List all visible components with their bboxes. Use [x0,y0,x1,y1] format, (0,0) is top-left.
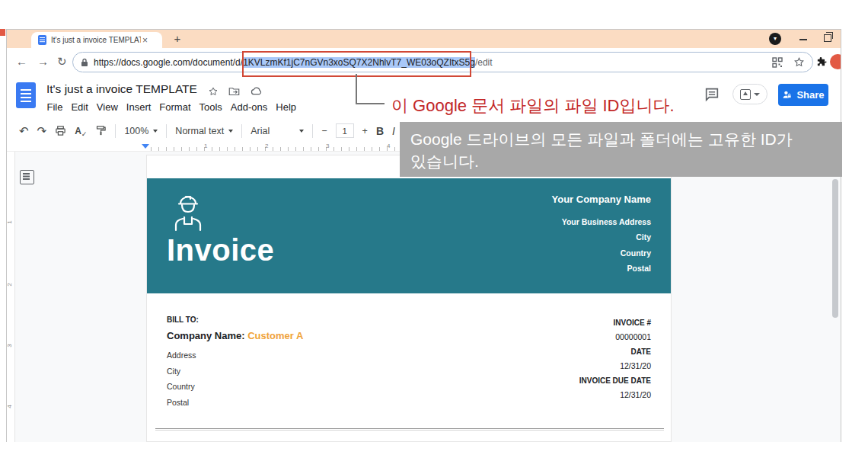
move-folder-icon[interactable] [228,86,240,96]
menu-addons[interactable]: Add-ons [226,100,271,114]
callout-connector-line [356,103,385,104]
qr-code-icon[interactable] [772,57,783,68]
invoice-due-date: 12/31/20 [579,388,651,402]
lock-icon [81,58,88,67]
vertical-scrollbar[interactable] [832,179,838,318]
vertical-ruler[interactable]: 1 2 3 4 [7,152,15,442]
back-icon[interactable]: ← [16,55,27,68]
document-page[interactable]: Invoice Your Company Name Your Business … [146,155,672,442]
minimize-button[interactable] [799,39,807,40]
browser-titlebar: It's just a invoice TEMPLATE - Go × + ▾ [7,30,841,48]
indent-marker[interactable] [142,144,149,149]
paragraph-style-select[interactable]: Normal text [175,126,233,136]
invoice-header: Invoice Your Company Name Your Business … [147,178,671,293]
menu-format[interactable]: Format [155,100,195,114]
menu-edit[interactable]: Edit [67,100,92,114]
screenshot-canvas: It's just a invoice TEMPLATE - Go × + ▾ … [0,0,868,474]
bold-button[interactable]: B [376,125,384,137]
paint-format-icon[interactable] [95,125,107,136]
document-outline-icon[interactable] [20,170,34,184]
menu-view[interactable]: View [92,100,122,114]
profile-avatar[interactable] [830,54,841,69]
invoice-title: Invoice [167,233,274,267]
engineer-worker-icon [170,194,206,233]
redo-icon[interactable]: ↷ [37,124,47,138]
ruler-number: 4 [7,405,13,408]
invoice-number-label: INVOICE # [579,315,651,330]
bill-city: City [167,364,303,380]
ruler-number: 1 [204,143,207,149]
menu-tools[interactable]: Tools [195,100,226,114]
share-button[interactable]: Share [778,84,828,106]
company-address: Your Business Address [551,214,651,230]
italic-button[interactable]: I [392,125,395,137]
window-corner-mark [0,29,5,36]
ruler-number: 3 [7,344,13,347]
file-id-highlight-box [242,51,471,77]
company-name: Your Company Name [551,192,651,208]
bookmark-star-icon[interactable] [793,56,805,68]
tooltip-line1: Google 드라이브의 모든 파일과 폴더에는 고유한 ID가 [410,128,831,150]
tab-title: It's just a invoice TEMPLATE - Go [51,36,141,44]
forward-icon[interactable]: → [37,55,49,68]
ruler-number: 3 [326,143,329,149]
print-icon[interactable] [55,125,66,136]
file-id-callout-text: 이 Google 문서 파일의 파일 ID입니다. [391,94,675,117]
ruler-number: 1 [7,220,13,223]
document-title[interactable]: It's just a invoice TEMPLATE [46,82,197,96]
font-size-decrease-button[interactable]: − [321,126,327,136]
invoice-date: 12/31/20 [579,359,651,373]
ruler-number: 2 [7,283,13,286]
callout-connector-line [356,74,357,104]
person-lock-icon [782,90,792,100]
chevron-down-icon [228,130,233,133]
tab-close-icon[interactable]: × [142,35,148,46]
bill-to-label: BILL TO: [167,315,303,324]
company-block: Your Company Name Your Business Address … [551,192,651,277]
star-outline-icon[interactable] [208,86,219,97]
bill-address: Address [167,347,303,364]
docs-logo-icon[interactable] [16,82,36,108]
tooltip-line2: 있습니다. [410,150,831,172]
customer-name: Customer A [247,330,303,341]
url-suffix: /edit [475,57,493,68]
date-label: DATE [579,344,651,359]
present-icon [740,89,751,100]
company-city: City [551,229,651,245]
bill-to-block: BILL TO: Company Name: Customer A Addres… [167,315,303,410]
share-label: Share [796,89,824,101]
company-postal: Postal [551,261,651,277]
menu-file[interactable]: File [43,100,67,114]
comment-icon[interactable] [704,86,720,103]
ruler-number: 2 [265,143,268,149]
zoom-select[interactable]: 100% [124,126,158,136]
browser-window: It's just a invoice TEMPLATE - Go × + ▾ … [6,29,841,442]
invoice-meta-block: INVOICE # 00000001 DATE 12/31/20 INVOICE… [579,315,651,402]
bill-postal: Postal [167,395,303,411]
menu-help[interactable]: Help [272,100,301,114]
drive-id-tooltip: Google 드라이브의 모든 파일과 폴더에는 고유한 ID가 있습니다. [400,122,842,177]
reload-icon[interactable]: ↻ [57,55,67,69]
docs-favicon-icon [38,35,46,45]
menu-insert[interactable]: Insert [122,100,155,114]
undo-icon[interactable]: ↶ [19,124,29,138]
new-tab-button[interactable]: + [170,31,185,46]
extensions-puzzle-icon[interactable] [816,56,828,69]
browser-tab[interactable]: It's just a invoice TEMPLATE - Go × [31,32,162,48]
section-divider [155,428,664,431]
cloud-status-icon[interactable] [251,86,263,95]
spellcheck-icon[interactable]: A✓ [75,126,87,136]
chevron-down-icon [754,93,760,96]
font-select[interactable]: Arial [251,126,304,136]
circle-chevron-down-icon[interactable]: ▾ [769,33,781,45]
restore-window-button[interactable] [824,34,831,42]
document-canvas: 1 2 3 4 [7,152,841,442]
company-country: Country [551,245,651,261]
chevron-down-icon [299,130,304,133]
due-date-label: INVOICE DUE DATE [579,373,651,388]
font-size-input[interactable]: 1 [336,123,354,138]
present-button[interactable] [732,84,767,104]
menu-bar: File Edit View Insert Format Tools Add-o… [43,100,301,114]
font-size-increase-button[interactable]: + [362,126,368,136]
bill-country: Country [167,379,303,395]
